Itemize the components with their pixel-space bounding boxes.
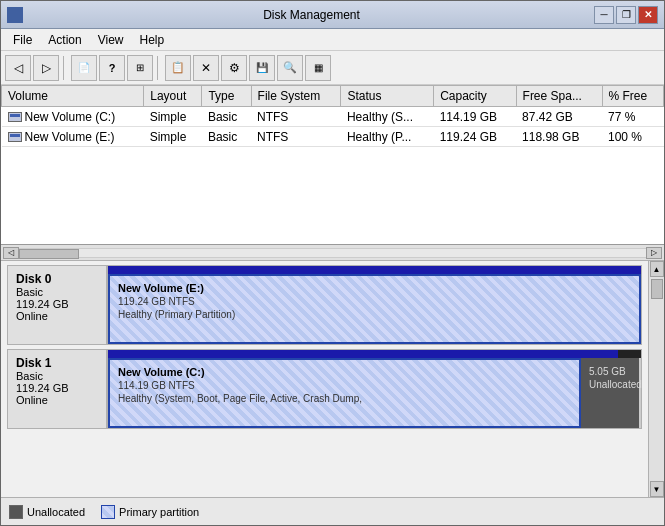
back-button[interactable]: ◁	[5, 55, 31, 81]
disk-1-partition-1[interactable]: 5.05 GB Unallocated	[581, 358, 641, 428]
legend-unalloc: Unallocated	[9, 505, 85, 519]
col-volume[interactable]: Volume	[2, 86, 144, 107]
menu-bar: File Action View Help	[1, 29, 664, 51]
cell-type: Basic	[202, 127, 251, 147]
h-scrollbar: ◁ ▷	[1, 245, 664, 261]
copy-button[interactable]: 📋	[165, 55, 191, 81]
h-scrollbar-thumb[interactable]	[19, 249, 79, 259]
cell-freespace: 118.98 GB	[516, 127, 602, 147]
disk-0-part0-info: Healthy (Primary Partition)	[118, 309, 631, 320]
volume-table: Volume Layout Type File System Status Ca…	[1, 85, 664, 147]
title-bar: Disk Management ─ ❐ ✕	[1, 1, 664, 29]
disk-0-type: Basic	[16, 286, 98, 298]
legend-primary-box	[101, 505, 115, 519]
v-scrollbar-track	[651, 277, 663, 481]
disk-1-part0-name: New Volume (C:)	[118, 366, 571, 378]
legend: Unallocated Primary partition	[1, 497, 664, 525]
legend-primary: Primary partition	[101, 505, 199, 519]
col-layout[interactable]: Layout	[144, 86, 202, 107]
cell-status: Healthy (S...	[341, 107, 434, 127]
forward-button[interactable]: ▷	[33, 55, 59, 81]
disk-1-size: 119.24 GB	[16, 382, 98, 394]
properties-button[interactable]: 📄	[71, 55, 97, 81]
h-scrollbar-track	[19, 248, 646, 258]
disk-0-bar-blue	[108, 266, 641, 274]
window-title: Disk Management	[29, 8, 594, 22]
help-button[interactable]: ?	[99, 55, 125, 81]
disk-0-bar	[108, 266, 641, 274]
menu-action[interactable]: Action	[40, 31, 89, 49]
settings-button[interactable]: ⚙	[221, 55, 247, 81]
disk-0-name: Disk 0	[16, 272, 98, 286]
volume-table-container: Volume Layout Type File System Status Ca…	[1, 85, 664, 245]
cell-status: Healthy (P...	[341, 127, 434, 147]
disk-0-partition-0[interactable]: New Volume (E:) 119.24 GB NTFS Healthy (…	[108, 274, 641, 344]
disk-1-type: Basic	[16, 370, 98, 382]
delete-button[interactable]: ✕	[193, 55, 219, 81]
scroll-left-btn[interactable]: ◁	[3, 247, 19, 259]
disk-0-label: Disk 0 Basic 119.24 GB Online	[7, 265, 107, 345]
col-filesystem[interactable]: File System	[251, 86, 341, 107]
disk-1-status: Online	[16, 394, 98, 406]
cell-capacity: 119.24 GB	[434, 127, 516, 147]
cell-volume: New Volume (C:)	[2, 107, 144, 127]
menu-help[interactable]: Help	[132, 31, 173, 49]
view-button[interactable]: ▦	[305, 55, 331, 81]
col-capacity[interactable]: Capacity	[434, 86, 516, 107]
disk-1-partitions-row: New Volume (C:) 114.19 GB NTFS Healthy (…	[108, 358, 641, 428]
toolbar-sep-2	[157, 56, 161, 80]
close-button[interactable]: ✕	[638, 6, 658, 24]
cell-filesystem: NTFS	[251, 107, 341, 127]
window-icon	[7, 7, 23, 23]
scroll-right-btn[interactable]: ▷	[646, 247, 662, 259]
disk-0-part0-size: 119.24 GB NTFS	[118, 296, 631, 307]
table-row[interactable]: New Volume (C:) Simple Basic NTFS Health…	[2, 107, 664, 127]
table-row[interactable]: New Volume (E:) Simple Basic NTFS Health…	[2, 127, 664, 147]
disk-1-row: Disk 1 Basic 119.24 GB Online New Volume…	[7, 349, 642, 429]
col-type[interactable]: Type	[202, 86, 251, 107]
cell-pctfree: 100 %	[602, 127, 663, 147]
toolbar: ◁ ▷ 📄 ? ⊞ 📋 ✕ ⚙ 💾 🔍 ▦	[1, 51, 664, 85]
v-scrollbar: ▲ ▼	[648, 261, 664, 497]
disk-0-partitions-row: New Volume (E:) 119.24 GB NTFS Healthy (…	[108, 274, 641, 344]
disk-0-row: Disk 0 Basic 119.24 GB Online New Volume…	[7, 265, 642, 345]
disk-1-bar-blue	[108, 350, 618, 358]
disk-0-partitions: New Volume (E:) 119.24 GB NTFS Healthy (…	[107, 265, 642, 345]
v-scrollbar-thumb[interactable]	[651, 279, 663, 299]
disk-1-part0-info: Healthy (System, Boot, Page File, Active…	[118, 393, 571, 404]
legend-unalloc-label: Unallocated	[27, 506, 85, 518]
cell-freespace: 87.42 GB	[516, 107, 602, 127]
toolbar-sep-1	[63, 56, 67, 80]
minimize-button[interactable]: ─	[594, 6, 614, 24]
scroll-up-btn[interactable]: ▲	[650, 261, 664, 277]
cell-layout: Simple	[144, 127, 202, 147]
cell-type: Basic	[202, 107, 251, 127]
restore-button[interactable]: ❐	[616, 6, 636, 24]
col-pctfree[interactable]: % Free	[602, 86, 663, 107]
col-freespace[interactable]: Free Spa...	[516, 86, 602, 107]
cell-pctfree: 77 %	[602, 107, 663, 127]
disk-0-status: Online	[16, 310, 98, 322]
disk-1-partitions: New Volume (C:) 114.19 GB NTFS Healthy (…	[107, 349, 642, 429]
disk-1-part0-size: 114.19 GB NTFS	[118, 380, 571, 391]
disk-0-part0-name: New Volume (E:)	[118, 282, 631, 294]
search-button[interactable]: 🔍	[277, 55, 303, 81]
grid-button[interactable]: ⊞	[127, 55, 153, 81]
disk-map-area: Disk 0 Basic 119.24 GB Online New Volume…	[1, 261, 664, 497]
col-status[interactable]: Status	[341, 86, 434, 107]
disk-1-part1-info: Unallocated	[589, 379, 631, 390]
disk-button[interactable]: 💾	[249, 55, 275, 81]
menu-file[interactable]: File	[5, 31, 40, 49]
disk-1-bar	[108, 350, 641, 358]
cell-filesystem: NTFS	[251, 127, 341, 147]
disk-0-size: 119.24 GB	[16, 298, 98, 310]
disk-1-bar-dark	[618, 350, 641, 358]
scroll-down-btn[interactable]: ▼	[650, 481, 664, 497]
cell-volume: New Volume (E:)	[2, 127, 144, 147]
menu-view[interactable]: View	[90, 31, 132, 49]
cell-layout: Simple	[144, 107, 202, 127]
disk-1-label: Disk 1 Basic 119.24 GB Online	[7, 349, 107, 429]
legend-unalloc-box	[9, 505, 23, 519]
disk-1-partition-0[interactable]: New Volume (C:) 114.19 GB NTFS Healthy (…	[108, 358, 581, 428]
title-bar-controls: ─ ❐ ✕	[594, 6, 658, 24]
